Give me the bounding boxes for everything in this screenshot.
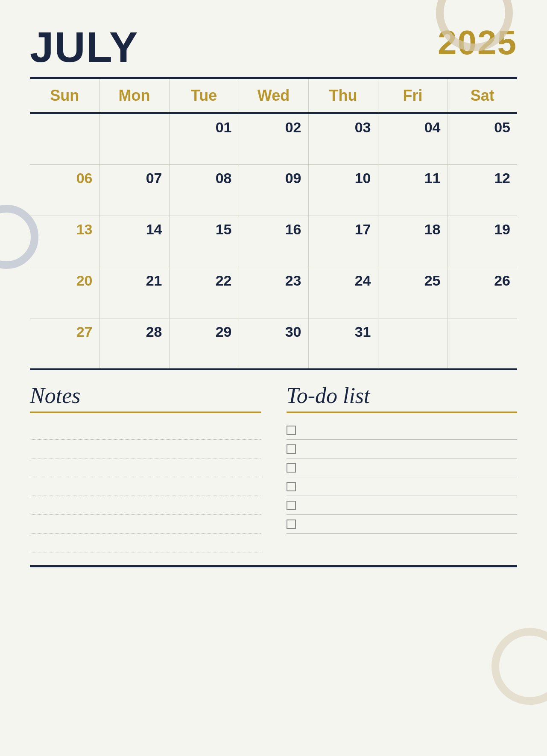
- col-wed: Wed: [239, 78, 308, 114]
- notes-divider: [30, 412, 261, 413]
- col-thu: Thu: [308, 78, 378, 114]
- todo-text-line-3[interactable]: [302, 467, 518, 468]
- day-cell-1-3: 09: [239, 164, 308, 216]
- day-cell-2-3: 16: [239, 216, 308, 267]
- day-number-22: 22: [176, 272, 232, 289]
- day-cell-3-4: 24: [308, 267, 378, 318]
- notes-title: Notes: [30, 383, 261, 408]
- todo-text-line-4[interactable]: [302, 486, 518, 487]
- day-cell-1-6: 12: [448, 164, 517, 216]
- week-row-2: 06070809101112: [30, 164, 517, 216]
- day-cell-0-6: 05: [448, 113, 517, 164]
- day-number-10: 10: [316, 170, 371, 187]
- day-number-28: 28: [107, 324, 162, 340]
- day-number-26: 26: [455, 272, 511, 289]
- day-cell-2-4: 17: [308, 216, 378, 267]
- notes-line-3[interactable]: [30, 458, 261, 477]
- todo-item-3: [287, 458, 518, 477]
- day-cell-2-0: 13: [30, 216, 99, 267]
- todo-item-4: [287, 477, 518, 496]
- todo-checkbox-6[interactable]: [287, 520, 296, 529]
- calendar-body: 0000010203040506070809101112131415161718…: [30, 113, 517, 369]
- days-of-week-row: Sun Mon Tue Wed Thu Fri Sat: [30, 78, 517, 114]
- day-cell-1-0: 06: [30, 164, 99, 216]
- day-cell-4-2: 29: [169, 318, 239, 369]
- day-cell-2-5: 18: [378, 216, 448, 267]
- day-cell-1-5: 11: [378, 164, 448, 216]
- day-cell-1-1: 07: [99, 164, 169, 216]
- page: JULY 2025 Sun Mon Tue Wed Thu Fri Sat 00…: [0, 0, 547, 756]
- todo-divider: [287, 412, 518, 413]
- day-number-empty: 00: [455, 324, 511, 340]
- notes-line-2[interactable]: [30, 440, 261, 458]
- day-number-05: 05: [455, 119, 511, 136]
- day-number-12: 12: [455, 170, 511, 187]
- col-sun: Sun: [30, 78, 99, 114]
- day-number-15: 15: [176, 221, 232, 238]
- notes-line-7[interactable]: [30, 534, 261, 552]
- col-tue: Tue: [169, 78, 239, 114]
- day-number-02: 02: [246, 119, 301, 136]
- day-number-13: 13: [37, 221, 93, 238]
- todo-items: [287, 421, 518, 534]
- todo-checkbox-2[interactable]: [287, 444, 296, 454]
- notes-line-4[interactable]: [30, 477, 261, 496]
- todo-item-6: [287, 515, 518, 534]
- day-number-08: 08: [176, 170, 232, 187]
- todo-item-5: [287, 496, 518, 515]
- day-cell-0-1: 00: [99, 113, 169, 164]
- notes-lines: [30, 421, 261, 552]
- todo-item-2: [287, 440, 518, 458]
- week-row-1: 00000102030405: [30, 113, 517, 164]
- bottom-line: [30, 565, 517, 567]
- day-number-31: 31: [316, 324, 371, 340]
- day-number-empty: 00: [37, 119, 93, 136]
- day-number-25: 25: [385, 272, 441, 289]
- day-number-20: 20: [37, 272, 93, 289]
- notes-line-1[interactable]: [30, 421, 261, 440]
- todo-text-line-5[interactable]: [302, 505, 518, 505]
- day-cell-2-2: 15: [169, 216, 239, 267]
- day-number-24: 24: [316, 272, 371, 289]
- day-cell-3-3: 23: [239, 267, 308, 318]
- day-cell-1-4: 10: [308, 164, 378, 216]
- day-cell-3-0: 20: [30, 267, 99, 318]
- day-cell-3-5: 25: [378, 267, 448, 318]
- week-row-4: 20212223242526: [30, 267, 517, 318]
- day-number-empty: 00: [107, 119, 162, 136]
- day-cell-0-2: 01: [169, 113, 239, 164]
- todo-checkbox-5[interactable]: [287, 501, 296, 510]
- todo-checkbox-3[interactable]: [287, 463, 296, 473]
- day-cell-4-3: 30: [239, 318, 308, 369]
- day-number-30: 30: [246, 324, 301, 340]
- day-cell-2-1: 14: [99, 216, 169, 267]
- todo-checkbox-4[interactable]: [287, 482, 296, 491]
- notes-line-6[interactable]: [30, 515, 261, 534]
- calendar-container: Sun Mon Tue Wed Thu Fri Sat 000001020304…: [30, 77, 517, 370]
- day-number-29: 29: [176, 324, 232, 340]
- day-number-07: 07: [107, 170, 162, 187]
- day-number-14: 14: [107, 221, 162, 238]
- todo-title: To-do list: [287, 383, 518, 408]
- todo-text-line-2[interactable]: [302, 449, 518, 449]
- day-number-03: 03: [316, 119, 371, 136]
- day-number-empty: 00: [385, 324, 441, 340]
- todo-checkbox-1[interactable]: [287, 426, 296, 435]
- todo-text-line-6[interactable]: [302, 524, 518, 524]
- day-number-06: 06: [37, 170, 93, 187]
- day-number-18: 18: [385, 221, 441, 238]
- todo-text-line-1[interactable]: [302, 430, 518, 430]
- day-cell-0-0: 00: [30, 113, 99, 164]
- week-row-3: 13141516171819: [30, 216, 517, 267]
- day-cell-0-4: 03: [308, 113, 378, 164]
- deco-circle-bottom-right: [491, 628, 547, 705]
- day-cell-0-3: 02: [239, 113, 308, 164]
- day-number-27: 27: [37, 324, 93, 340]
- col-sat: Sat: [448, 78, 517, 114]
- day-cell-3-6: 26: [448, 267, 517, 318]
- notes-line-5[interactable]: [30, 496, 261, 515]
- day-number-01: 01: [176, 119, 232, 136]
- day-cell-4-4: 31: [308, 318, 378, 369]
- day-cell-4-0: 27: [30, 318, 99, 369]
- day-cell-3-1: 21: [99, 267, 169, 318]
